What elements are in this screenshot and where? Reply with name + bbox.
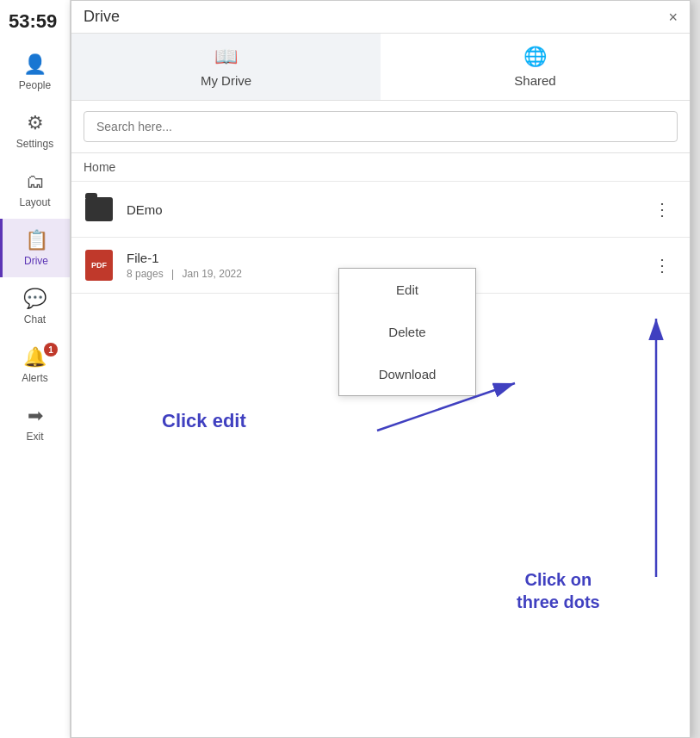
file-meta-separator: | (171, 268, 174, 280)
tab-my-drive-label: My Drive (201, 73, 251, 88)
sidebar-item-settings[interactable]: ⚙ Settings (0, 102, 70, 160)
sidebar: 👤 People ⚙ Settings 🗂 Layout 📋 Drive 💬 C… (0, 0, 71, 738)
exit-icon: ➡ (28, 405, 43, 427)
timer-display: 53:59 (9, 10, 57, 33)
shared-icon: 🌐 (523, 46, 547, 68)
search-input[interactable] (84, 111, 678, 142)
sidebar-item-label: Chat (24, 313, 46, 326)
sidebar-item-alerts[interactable]: 🔔 Alerts 1 (0, 336, 70, 394)
tab-shared[interactable]: 🌐 Shared (381, 34, 690, 100)
sidebar-item-label: Exit (26, 431, 43, 443)
title-bar: Drive × (71, 1, 690, 34)
window-title: Drive (84, 8, 120, 26)
sidebar-item-exit[interactable]: ➡ Exit (0, 394, 70, 453)
file-list: DEmo ⋮ PDF File-1 8 pages | Jan 19, 2022… (71, 182, 690, 737)
file-pages: 8 pages (127, 268, 164, 280)
tab-bar: 📖 My Drive 🌐 Shared (71, 34, 690, 101)
sidebar-item-layout[interactable]: 🗂 Layout (0, 160, 70, 219)
search-wrapper (71, 101, 690, 153)
sidebar-item-label: Drive (24, 255, 48, 267)
context-menu: Edit Delete Download (338, 268, 476, 396)
my-drive-icon: 📖 (214, 46, 238, 68)
pdf-icon: PDF (84, 250, 115, 281)
settings-icon: ⚙ (27, 112, 44, 134)
chat-icon: 💬 (23, 288, 46, 310)
alert-badge: 1 (44, 343, 58, 357)
context-menu-edit[interactable]: Edit (339, 269, 475, 311)
layout-icon: 🗂 (26, 171, 45, 193)
sidebar-item-people[interactable]: 👤 People (0, 43, 70, 102)
sidebar-item-drive[interactable]: 📋 Drive (0, 219, 70, 277)
sidebar-item-label: People (19, 79, 51, 91)
folder-name: DEmo (127, 202, 647, 217)
folder-info: DEmo (127, 202, 647, 217)
tab-my-drive[interactable]: 📖 My Drive (71, 34, 381, 100)
table-row: DEmo ⋮ (71, 182, 690, 238)
sidebar-item-label: Settings (16, 138, 53, 150)
breadcrumb: Home (71, 153, 690, 182)
folder-more-button[interactable]: ⋮ (647, 197, 678, 221)
close-button[interactable]: × (668, 9, 678, 25)
context-menu-download[interactable]: Download (339, 353, 475, 395)
drive-icon: 📋 (25, 229, 48, 251)
sidebar-item-label: Layout (19, 196, 50, 208)
sidebar-item-chat[interactable]: 💬 Chat (0, 277, 70, 336)
file-more-button[interactable]: ⋮ (647, 253, 678, 277)
drive-window: Drive × 📖 My Drive 🌐 Shared Home DEmo ⋮ (71, 0, 691, 738)
file-name: File-1 (127, 251, 647, 265)
sidebar-item-label: Alerts (22, 372, 48, 384)
file-date: Jan 19, 2022 (183, 268, 242, 280)
context-menu-delete[interactable]: Delete (339, 311, 475, 353)
people-icon: 👤 (23, 53, 46, 76)
folder-icon (84, 194, 115, 225)
alerts-icon: 🔔 (23, 346, 46, 369)
tab-shared-label: Shared (514, 73, 555, 88)
